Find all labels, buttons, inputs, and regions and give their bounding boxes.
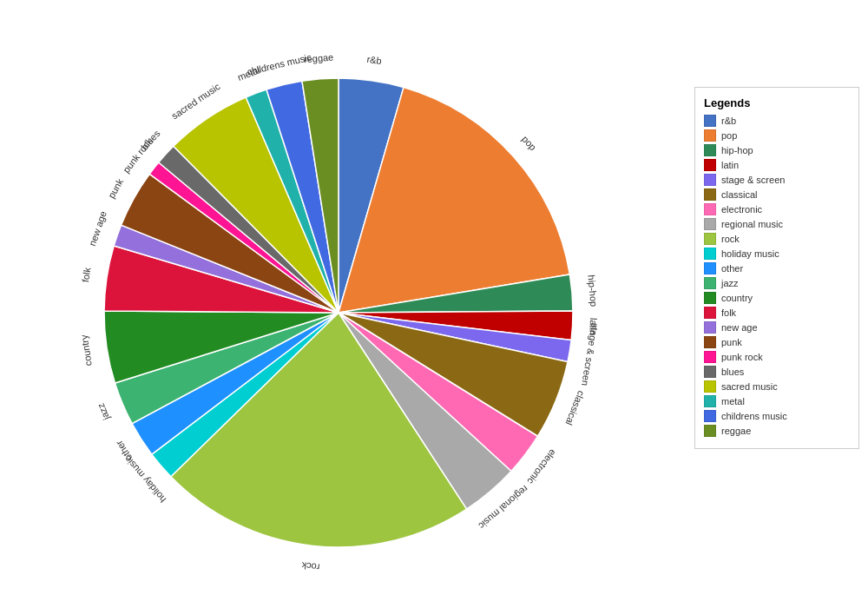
legend-color-swatch [704, 336, 716, 348]
legend-label-text: pop [721, 130, 737, 141]
legend-item: hip-hop [704, 144, 850, 156]
legend-label-text: punk [721, 337, 742, 347]
legend-label-text: blues [721, 367, 744, 377]
legend-item: regional music [704, 218, 850, 230]
legend-label-text: latin [721, 160, 739, 170]
legend-label-text: sacred music [721, 381, 778, 392]
legend-color-swatch [704, 410, 716, 422]
legend-items: r&bpophip-hoplatinstage & screenclassica… [704, 115, 850, 437]
legend-label-text: r&b [721, 116, 736, 126]
legend-label-text: rock [721, 234, 740, 244]
legend-label-text: other [721, 263, 743, 274]
legend-item: sacred music [704, 380, 850, 393]
legend-color-swatch [704, 203, 716, 215]
legend-item: r&b [704, 115, 850, 127]
legend-color-swatch [704, 188, 716, 201]
legend-item: new age [704, 321, 850, 334]
legend-color-swatch [704, 366, 716, 378]
legend-color-swatch [704, 307, 716, 319]
legend-item: metal [704, 395, 850, 407]
legend-item: holiday music [704, 248, 850, 260]
legend-label-text: metal [721, 396, 745, 406]
legend-item: punk rock [704, 351, 850, 363]
legend-item: other [704, 262, 850, 274]
legend-color-swatch [704, 144, 716, 156]
legend-item: stage & screen [704, 174, 850, 186]
legend-item: blues [704, 366, 850, 378]
legend-panel: Legends r&bpophip-hoplatinstage & screen… [694, 87, 859, 449]
legend-label-text: classical [721, 189, 758, 200]
legend-item: pop [704, 129, 850, 142]
legend-label-text: country [721, 293, 753, 303]
legend-color-swatch [704, 395, 716, 407]
legend-color-swatch [704, 292, 716, 304]
legend-label-text: stage & screen [721, 175, 785, 185]
legend-color-swatch [704, 218, 716, 230]
legend-color-swatch [704, 380, 716, 393]
legend-label-text: new age [721, 322, 758, 333]
legend-label-text: childrens music [721, 411, 787, 421]
legend-color-swatch [704, 351, 716, 363]
legend-label-text: reggae [721, 426, 751, 436]
legend-color-swatch [704, 174, 716, 186]
legend-item: punk [704, 336, 850, 348]
legend-label-text: folk [721, 307, 736, 318]
legend-color-swatch [704, 233, 716, 245]
legend-label-text: regional music [721, 219, 783, 229]
legend-title: Legends [704, 96, 850, 109]
legend-color-swatch [704, 129, 716, 142]
legend-color-swatch [704, 277, 716, 289]
legend-item: latin [704, 159, 850, 171]
legend-label-text: jazz [721, 278, 739, 288]
legend-color-swatch [704, 262, 716, 274]
legend-item: jazz [704, 277, 850, 289]
legend-label-text: hip-hop [721, 145, 753, 155]
legend-item: rock [704, 233, 850, 245]
legend-item: classical [704, 188, 850, 201]
legend-color-swatch [704, 159, 716, 171]
legend-color-swatch [704, 248, 716, 260]
legend-item: reggae [704, 425, 850, 437]
legend-item: childrens music [704, 410, 850, 422]
legend-color-swatch [704, 115, 716, 127]
legend-label-text: holiday music [721, 248, 779, 259]
legend-color-swatch [704, 425, 716, 437]
legend-color-swatch [704, 321, 716, 334]
legend-item: electronic [704, 203, 850, 215]
legend-item: folk [704, 307, 850, 319]
legend-item: country [704, 292, 850, 304]
legend-label-text: electronic [721, 204, 762, 215]
legend-label-text: punk rock [721, 352, 763, 362]
